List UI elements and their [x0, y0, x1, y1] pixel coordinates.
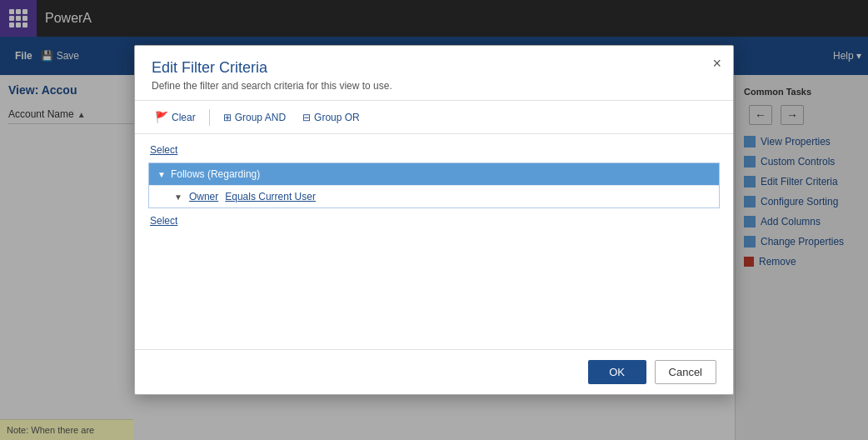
- filter-group-title: Follows (Regarding): [171, 168, 260, 180]
- select-link-bottom[interactable]: Select: [148, 212, 179, 230]
- clear-icon: 🚩: [155, 111, 168, 123]
- select-link-top[interactable]: Select: [148, 141, 179, 159]
- cancel-button[interactable]: Cancel: [655, 360, 716, 384]
- modal-overlay: Edit Filter Criteria Define the filter a…: [0, 0, 868, 440]
- modal-close-button[interactable]: ×: [712, 56, 721, 71]
- modal-toolbar: 🚩 Clear ⊞ Group AND ⊟ Group OR: [135, 101, 733, 134]
- ok-button[interactable]: OK: [588, 360, 646, 384]
- filter-group-header: ▼ Follows (Regarding): [149, 163, 719, 185]
- clear-button[interactable]: 🚩 Clear: [148, 108, 202, 127]
- modal-title: Edit Filter Criteria: [152, 59, 716, 77]
- modal-footer: OK Cancel: [135, 349, 733, 394]
- filter-operator-link[interactable]: Equals Current User: [225, 191, 316, 202]
- row-chevron-icon: ▼: [174, 192, 182, 202]
- group-or-button[interactable]: ⊟ Group OR: [296, 108, 367, 127]
- modal-header: Edit Filter Criteria Define the filter a…: [135, 46, 733, 101]
- modal-subtitle: Define the filter and search criteria fo…: [152, 80, 716, 92]
- filter-field-link[interactable]: Owner: [189, 191, 218, 202]
- group-and-button[interactable]: ⊞ Group AND: [217, 108, 292, 127]
- group-and-icon: ⊞: [223, 112, 232, 123]
- group-chevron-icon[interactable]: ▼: [157, 170, 166, 179]
- group-or-icon: ⊟: [302, 112, 311, 123]
- filter-row: ▼ Owner Equals Current User: [149, 185, 719, 208]
- filter-group: ▼ Follows (Regarding) ▼ Owner Equals Cur…: [148, 162, 720, 208]
- modal-body: Select ▼ Follows (Regarding) ▼ Owner Equ…: [135, 134, 733, 349]
- toolbar-separator: [209, 109, 210, 126]
- modal-dialog: Edit Filter Criteria Define the filter a…: [134, 45, 734, 395]
